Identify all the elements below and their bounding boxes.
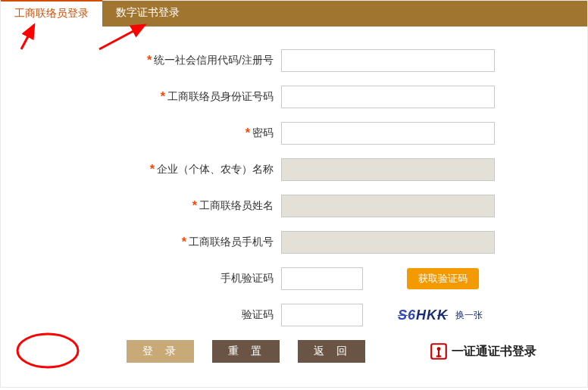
- captcha-refresh-link[interactable]: 换一张: [455, 309, 483, 322]
- input-company-name: [281, 158, 495, 181]
- label-name: *工商联络员姓名: [23, 199, 281, 213]
- cert-login-link[interactable]: 一证通证书登录: [429, 342, 536, 361]
- svg-point-4: [436, 347, 440, 351]
- back-button[interactable]: 返 回: [298, 340, 365, 363]
- label-company: *企业（个体、农专）名称: [23, 163, 281, 176]
- input-mobile: [281, 231, 495, 254]
- input-credit-code[interactable]: [281, 49, 495, 72]
- button-row: 登 录 重 置 返 回 一证通证书登录: [23, 340, 565, 363]
- input-password[interactable]: [281, 122, 495, 145]
- svg-point-2: [17, 334, 78, 367]
- tab-cert-login[interactable]: 数字证书登录: [102, 1, 193, 27]
- tab-bar: 工商联络员登录 数字证书登录: [1, 1, 587, 27]
- login-panel: 工商联络员登录 数字证书登录 *统一社会信用代码/注册号 *工商联络员身份证号码…: [0, 0, 588, 388]
- input-id-number[interactable]: [281, 86, 495, 108]
- tab-liaison-login[interactable]: 工商联络员登录: [1, 0, 102, 27]
- cert-login-text: 一证通证书登录: [452, 344, 536, 360]
- annotation-circle-login: [10, 329, 86, 372]
- input-sms-code[interactable]: [281, 267, 363, 290]
- captcha-image: S6HKK: [398, 307, 448, 323]
- label-password: *密码: [23, 126, 281, 140]
- form-area: *统一社会信用代码/注册号 *工商联络员身份证号码 *密码 *企业（个体、农专）…: [1, 27, 587, 387]
- label-mobile: *工商联络员手机号: [23, 236, 281, 249]
- get-sms-code-button[interactable]: 获取验证码: [407, 268, 479, 289]
- label-id: *工商联络员身份证号码: [23, 90, 281, 104]
- login-button[interactable]: 登 录: [127, 340, 194, 363]
- reset-button[interactable]: 重 置: [212, 340, 280, 363]
- input-captcha[interactable]: [281, 304, 363, 326]
- svg-rect-6: [436, 355, 441, 357]
- label-smscode: 手机验证码: [23, 272, 281, 285]
- label-captcha: 验证码: [23, 308, 281, 322]
- cert-icon: [429, 342, 449, 361]
- label-credit: *统一社会信用代码/注册号: [23, 54, 281, 67]
- input-liaison-name: [281, 195, 495, 217]
